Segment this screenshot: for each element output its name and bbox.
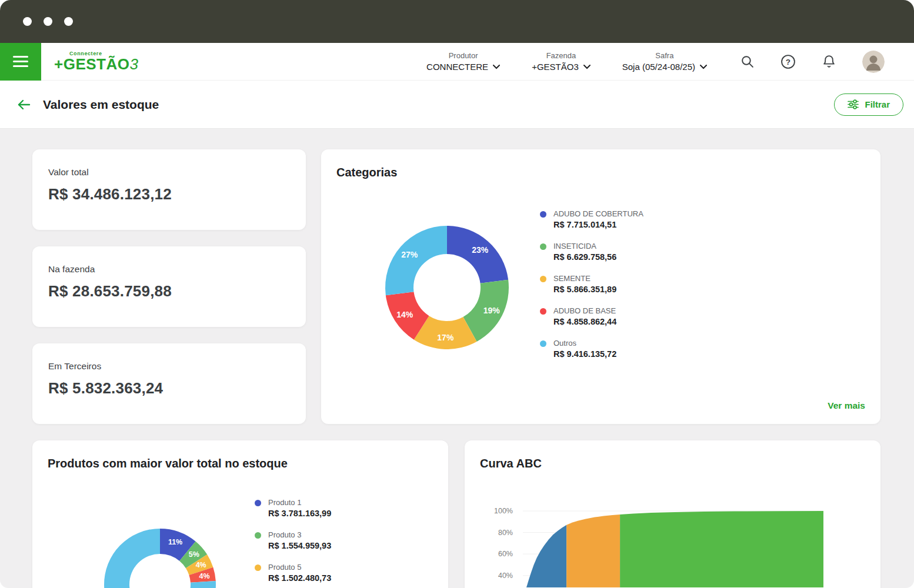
summary-label: Em Terceiros — [48, 361, 306, 372]
svg-text:40%: 40% — [498, 572, 513, 580]
abc-area-chart: 100%80%60%40% — [465, 490, 880, 587]
window-control-dot[interactable] — [23, 17, 32, 26]
legend-item: SEMENTE R$ 5.866.351,89 — [540, 274, 643, 294]
selector-value: +GESTÃO3 — [532, 62, 579, 72]
bell-icon[interactable] — [822, 54, 836, 69]
abc-card-title: Curva ABC — [480, 457, 880, 470]
summary-card-valor-total: Valor total R$ 34.486.123,12 — [32, 149, 306, 230]
legend-dot — [255, 564, 261, 571]
selector-safra[interactable]: Safra Soja (05/24-08/25) — [622, 51, 707, 72]
app-window: Connectere +GESTÃO3 Produtor CONNECTERE … — [0, 0, 914, 588]
selector-label: Fazenda — [532, 51, 591, 60]
legend-label: INSETICIDA — [553, 242, 616, 250]
svg-text:4%: 4% — [199, 572, 210, 580]
selector-fazenda[interactable]: Fazenda +GESTÃO3 — [532, 51, 591, 72]
summary-card-em-terceiros: Em Terceiros R$ 5.832.363,24 — [32, 343, 306, 424]
svg-text:11%: 11% — [168, 538, 182, 546]
legend-label: ADUBO DE COBERTURA — [553, 209, 643, 218]
search-icon[interactable] — [740, 54, 755, 69]
legend-value: R$ 1.502.480,73 — [268, 573, 331, 583]
legend-label: Produto 3 — [268, 530, 331, 539]
legend-dot — [540, 276, 546, 282]
svg-text:?: ? — [786, 58, 790, 66]
window-control-dot[interactable] — [44, 17, 52, 26]
legend-label: Produto 1 — [268, 498, 331, 507]
categories-legend: ADUBO DE COBERTURA R$ 7.715.014,51 INSET… — [540, 209, 643, 359]
selector-value: CONNECTERE — [426, 62, 488, 72]
abc-curve-card: Curva ABC 100%80%60%40% — [465, 440, 880, 588]
back-arrow-icon — [16, 98, 31, 111]
legend-value: R$ 3.781.163,99 — [268, 509, 331, 518]
chevron-down-icon — [493, 65, 500, 69]
chevron-down-icon — [583, 65, 591, 69]
app-header: Connectere +GESTÃO3 Produtor CONNECTERE … — [0, 43, 914, 81]
filter-button[interactable]: Filtrar — [834, 93, 903, 116]
svg-text:4%: 4% — [196, 561, 206, 569]
legend-dot — [540, 211, 546, 218]
selector-label: Produtor — [426, 51, 500, 60]
legend-value: R$ 1.554.959,93 — [268, 541, 331, 550]
legend-label: Outros — [553, 339, 616, 348]
avatar-image — [862, 51, 885, 73]
ver-mais-link[interactable]: Ver mais — [828, 400, 865, 411]
hamburger-icon — [13, 56, 28, 67]
svg-text:80%: 80% — [498, 529, 513, 537]
svg-text:14%: 14% — [396, 310, 413, 319]
legend-dot — [540, 340, 546, 347]
help-icon[interactable]: ? — [780, 54, 796, 69]
legend-dot — [540, 243, 546, 250]
context-selectors: Produtor CONNECTERE Fazenda +GESTÃO3 Saf… — [426, 51, 707, 72]
legend-value: R$ 9.416.135,72 — [553, 349, 616, 359]
selector-value: Soja (05/24-08/25) — [622, 62, 695, 72]
products-donut-chart: 11%5%4%4% — [95, 520, 225, 588]
legend-label: Produto 5 — [268, 563, 331, 572]
svg-text:5%: 5% — [189, 550, 199, 559]
products-card: Produtos com maior valor total no estoqu… — [32, 440, 448, 588]
legend-item: Produto 1 R$ 3.781.163,99 — [255, 498, 331, 518]
svg-text:19%: 19% — [483, 306, 501, 315]
legend-value: R$ 6.629.758,56 — [553, 252, 616, 262]
svg-text:100%: 100% — [494, 507, 513, 515]
app-logo[interactable]: Connectere +GESTÃO3 — [54, 51, 138, 72]
legend-item: Produto 5 R$ 1.502.480,73 — [255, 563, 331, 583]
svg-text:27%: 27% — [401, 250, 418, 259]
legend-value: R$ 7.715.014,51 — [553, 220, 643, 229]
filter-button-label: Filtrar — [865, 99, 890, 109]
page-toolbar: Valores em estoque Filtrar — [0, 81, 914, 129]
categories-donut-chart: 23%19%17%14%27% — [371, 211, 523, 364]
categories-card-title: Categorias — [336, 166, 880, 179]
legend-item: ADUBO DE COBERTURA R$ 7.715.014,51 — [540, 209, 643, 229]
legend-item: ADUBO DE BASE R$ 4.858.862,44 — [540, 306, 643, 326]
products-card-title: Produtos com maior valor total no estoqu… — [48, 457, 448, 470]
user-avatar[interactable] — [862, 51, 885, 73]
logo-title: +GESTÃO3 — [54, 56, 138, 72]
summary-value: R$ 34.486.123,12 — [48, 185, 306, 203]
menu-button[interactable] — [0, 43, 41, 81]
selector-label: Safra — [622, 51, 707, 60]
back-button[interactable] — [16, 98, 31, 111]
window-control-dot[interactable] — [64, 17, 73, 26]
categories-card: Categorias 23%19%17%14%27% ADUBO DE COBE… — [321, 149, 880, 424]
legend-dot — [255, 532, 261, 539]
header-icons: ? — [740, 51, 914, 73]
selector-produtor[interactable]: Produtor CONNECTERE — [426, 51, 500, 72]
svg-text:17%: 17% — [437, 333, 454, 342]
dashboard-content: Valor total R$ 34.486.123,12 Na fazenda … — [0, 129, 914, 588]
svg-text:23%: 23% — [472, 245, 489, 255]
legend-value: R$ 4.858.862,44 — [553, 317, 616, 326]
legend-item: INSETICIDA R$ 6.629.758,56 — [540, 242, 643, 262]
legend-label: ADUBO DE BASE — [553, 306, 616, 315]
summary-label: Valor total — [48, 167, 306, 178]
legend-dot — [540, 308, 546, 315]
legend-dot — [255, 500, 261, 506]
legend-item: Produto 3 R$ 1.554.959,93 — [255, 530, 331, 550]
legend-label: SEMENTE — [553, 274, 616, 283]
chevron-down-icon — [700, 65, 707, 69]
legend-item: Outros R$ 9.416.135,72 — [540, 339, 643, 359]
summary-value: R$ 5.832.363,24 — [48, 379, 306, 397]
legend-value: R$ 5.866.351,89 — [553, 285, 616, 294]
summary-value: R$ 28.653.759,88 — [48, 282, 306, 300]
filter-sliders-icon — [848, 99, 859, 109]
products-legend: Produto 1 R$ 3.781.163,99 Produto 3 R$ 1… — [255, 498, 331, 583]
summary-card-na-fazenda: Na fazenda R$ 28.653.759,88 — [32, 246, 306, 327]
